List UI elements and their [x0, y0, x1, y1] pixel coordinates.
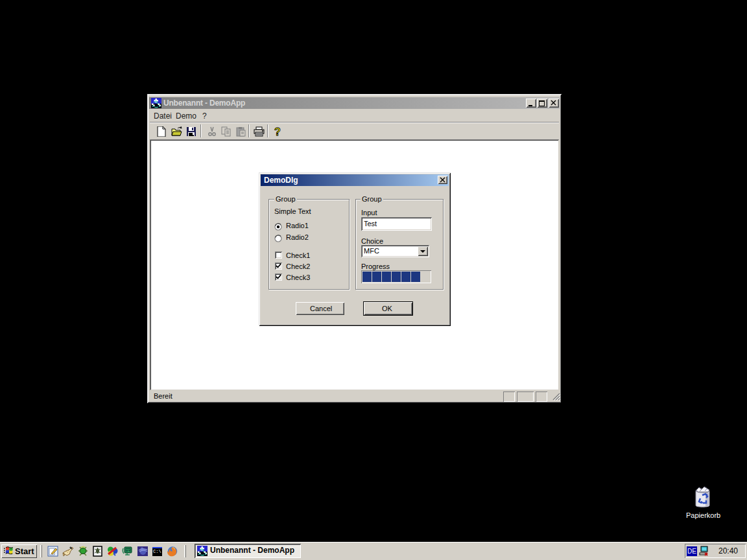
- svg-text:?: ?: [274, 126, 281, 137]
- svg-text:TZ: TZ: [126, 549, 130, 552]
- svg-text:C:\: C:\: [153, 549, 161, 554]
